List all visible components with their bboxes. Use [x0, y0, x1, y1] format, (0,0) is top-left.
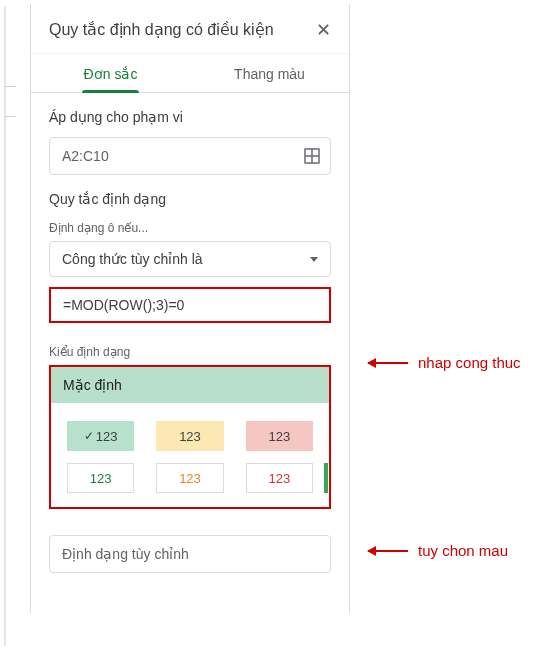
arrow-left-icon	[368, 362, 408, 364]
panel-header: Quy tắc định dạng có điều kiện ✕	[31, 4, 349, 53]
select-range-icon[interactable]	[304, 148, 320, 164]
custom-format-label: Định dạng tùy chỉnh	[62, 546, 189, 562]
swatch-sample: 123	[90, 471, 112, 486]
default-style-header[interactable]: Mặc định	[51, 367, 329, 403]
tab-label: Thang màu	[234, 66, 305, 82]
formula-input[interactable]: =MOD(ROW();3)=0	[49, 287, 331, 323]
swatch-sample: 123	[96, 429, 118, 444]
check-icon: ✓	[84, 429, 94, 443]
swatch-green-outline[interactable]: 123	[67, 463, 134, 493]
close-icon[interactable]: ✕	[316, 21, 331, 39]
formula-value: =MOD(ROW();3)=0	[63, 297, 184, 313]
tab-color-scale[interactable]: Thang màu	[190, 54, 349, 92]
swatch-grid: ✓123 123 123 123 123 123	[51, 403, 329, 493]
swatch-yellow-outline[interactable]: 123	[156, 463, 223, 493]
swatch-sample: 123	[179, 471, 201, 486]
panel-title: Quy tắc định dạng có điều kiện	[49, 20, 274, 39]
rules-section: Quy tắc định dạng Định dạng ô nếu... Côn…	[31, 175, 349, 509]
tab-label: Đơn sắc	[84, 66, 138, 82]
swatch-yellow-fill[interactable]: 123	[156, 421, 223, 451]
scroll-indicator	[324, 463, 328, 493]
swatch-sample: 123	[268, 429, 290, 444]
default-style-label: Mặc định	[63, 377, 122, 393]
custom-format-button[interactable]: Định dạng tùy chỉnh	[49, 535, 331, 573]
conditional-format-panel: Quy tắc định dạng có điều kiện ✕ Đơn sắc…	[30, 4, 350, 613]
style-sublabel: Kiểu định dạng	[49, 345, 331, 359]
condition-select[interactable]: Công thức tùy chỉnh là	[49, 241, 331, 277]
gutter-tick	[4, 86, 16, 87]
rules-label: Quy tắc định dạng	[49, 191, 331, 207]
tab-single-color[interactable]: Đơn sắc	[31, 54, 190, 92]
dropdown-caret-icon	[310, 257, 318, 262]
annotation-text: nhap cong thuc	[418, 354, 521, 371]
range-input[interactable]: A2:C10	[49, 137, 331, 175]
annotation-formula: nhap cong thuc	[368, 354, 521, 371]
range-label: Áp dụng cho phạm vi	[49, 109, 331, 125]
range-value: A2:C10	[62, 148, 109, 164]
swatch-red-outline[interactable]: 123	[246, 463, 313, 493]
left-gutter	[4, 6, 6, 646]
style-presets: Mặc định ✓123 123 123 123 123	[49, 365, 331, 509]
tabs: Đơn sắc Thang màu	[31, 53, 349, 93]
range-section: Áp dụng cho phạm vi A2:C10	[31, 93, 349, 175]
annotation-text: tuy chon mau	[418, 542, 508, 559]
swatch-green-fill[interactable]: ✓123	[67, 421, 134, 451]
arrow-left-icon	[368, 550, 408, 552]
condition-value: Công thức tùy chỉnh là	[62, 251, 203, 267]
swatch-red-fill[interactable]: 123	[246, 421, 313, 451]
annotation-style: tuy chon mau	[368, 542, 508, 559]
gutter-tick	[4, 116, 16, 117]
swatch-sample: 123	[268, 471, 290, 486]
swatch-sample: 123	[179, 429, 201, 444]
condition-sublabel: Định dạng ô nếu...	[49, 221, 331, 235]
